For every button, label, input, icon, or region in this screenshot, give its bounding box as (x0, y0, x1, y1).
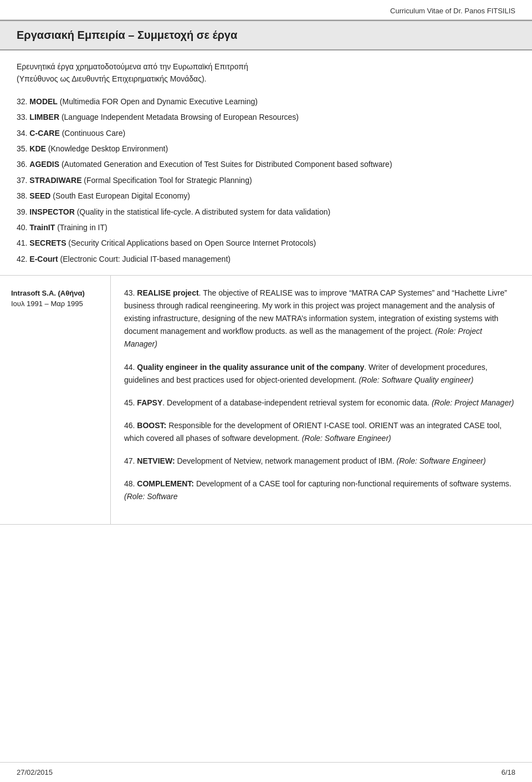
footer-date: 27/02/2015 (17, 768, 53, 776)
sidebar-info: Intrasoft S.A. (Αθήνα) Ιουλ 1991 – Μαρ 1… (0, 276, 111, 524)
list-item: 32. MODEL (Multimedia FOR Open and Dynam… (17, 95, 515, 108)
project-item: 43. REALISE project. The objective of RE… (124, 287, 515, 351)
page-footer: 27/02/2015 6/18 (0, 762, 532, 782)
date-range: Ιουλ 1991 – Μαρ 1995 (11, 299, 101, 308)
list-item: 40. TrainIT (Training in IT) (17, 221, 515, 233)
projects-lower-content: 43. REALISE project. The objective of RE… (111, 276, 532, 524)
project-item: 44. Quality engineer in the quality assu… (124, 361, 515, 387)
project-item: 46. BOOST: Responsible for the developme… (124, 419, 515, 445)
footer-page: 6/18 (502, 768, 515, 776)
intro-block: Ερευνητικά έργα χρηματοδοτούμενα από την… (0, 50, 532, 90)
list-item: 36. AGEDIS (Automated Generation and Exe… (17, 158, 515, 170)
intro-line2: (Υπεύθυνος ως Διευθυντής Επιχειρηματικής… (17, 73, 515, 85)
list-item: 35. KDE (Knowledge Desktop Environment) (17, 143, 515, 155)
list-item: 39. INSPECTOR (Quality in the statistica… (17, 206, 515, 218)
project-item: 45. FAPSY. Development of a database-ind… (124, 397, 515, 409)
list-item: 37. STRADIWARE (Formal Specification Too… (17, 174, 515, 186)
org-name: Intrasoft S.A. (Αθήνα) (11, 289, 101, 297)
intro-line1: Ερευνητικά έργα χρηματοδοτούμενα από την… (17, 60, 515, 73)
project-list-upper: 32. MODEL (Multimedia FOR Open and Dynam… (17, 95, 515, 265)
list-item: 42. E-Court (Electronic Court: Judicial … (17, 253, 515, 265)
list-item: 34. C-CARE (Continuous Care) (17, 127, 515, 139)
project-item: 47. NETVIEW: Development of Netview, net… (124, 455, 515, 468)
cv-title: Curriculum Vitae of Dr. Panos FITSILIS (390, 7, 515, 15)
projects-upper-list: 32. MODEL (Multimedia FOR Open and Dynam… (0, 95, 532, 275)
list-item: 41. SECRETS (Security Critical Applicati… (17, 237, 515, 249)
list-item: 38. SEED (South East European Digital Ec… (17, 190, 515, 202)
page-header: Curriculum Vitae of Dr. Panos FITSILIS (0, 0, 532, 20)
section-header: Εργασιακή Εμπειρία – Συμμετοχή σε έργα (0, 20, 532, 50)
two-col-section: Intrasoft S.A. (Αθήνα) Ιουλ 1991 – Μαρ 1… (0, 276, 532, 525)
list-item: 33. LIMBER (Language Independent Metadat… (17, 111, 515, 123)
project-item: 48. COMPLEMENT: Development of a CASE to… (124, 478, 515, 503)
section-title: Εργασιακή Εμπειρία – Συμμετοχή σε έργα (17, 29, 515, 42)
